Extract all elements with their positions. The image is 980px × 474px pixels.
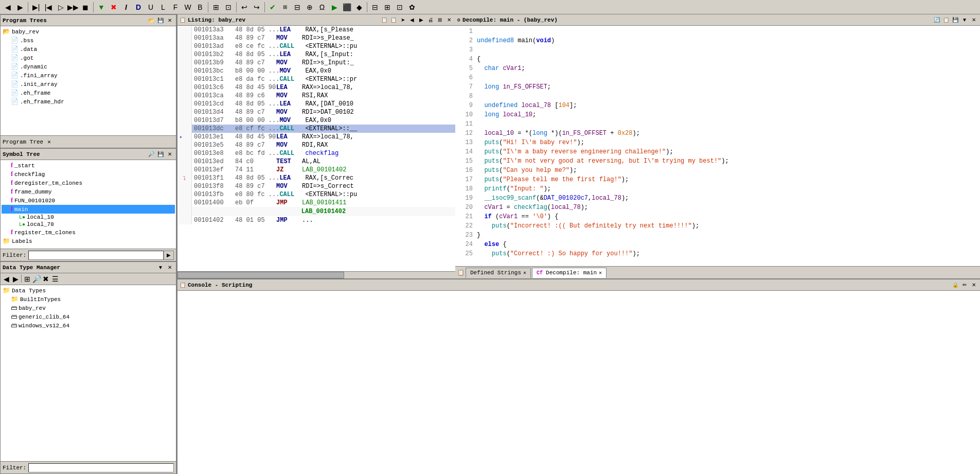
list-item[interactable]: 001013c6 48 8d 45 90 LEA RAX=>local_78,: [192, 83, 455, 92]
list-item[interactable]: 001013e1 48 8d 45 90 LEA RAX=>local_78,: [192, 133, 455, 141]
list-item[interactable]: 001013bc b8 00 00 ... MOV EAX,0x0: [192, 67, 455, 75]
dt-close-btn[interactable]: ✕: [166, 264, 174, 272]
sym-tree-save-btn[interactable]: 💾: [156, 150, 165, 159]
redo-btn[interactable]: ↪: [251, 2, 262, 13]
listing-cursor-btn[interactable]: ➤: [399, 16, 407, 24]
listing-close-btn[interactable]: ✕: [445, 16, 453, 24]
listing-hscroll[interactable]: [177, 271, 455, 278]
tab-decompile-main[interactable]: Cf Decompile: main ✕: [532, 268, 607, 278]
sym-tree-filter-btn[interactable]: 🔎: [147, 150, 155, 159]
list-item[interactable]: 001013c1 e8 da fc ... CALL <EXTERNAL>::p…: [192, 75, 455, 83]
dt-item-datatypes[interactable]: 📁 Data Types: [2, 286, 175, 295]
tree-item-dynamic[interactable]: 📄 .dynamic: [2, 62, 175, 71]
listing-nav-btn2[interactable]: ▶: [417, 16, 425, 24]
tree-item-eh_frame_hdr[interactable]: 📄 .eh_frame_hdr: [2, 97, 175, 106]
list-item-selected[interactable]: 001013dc e8 cf fc ... CALL <EXTERNAL>::_…: [192, 125, 455, 133]
list-item[interactable]: 001013d4 48 89 c7 MOV RDI=>DAT_00102: [192, 108, 455, 116]
code-btn-1[interactable]: ⊞: [279, 2, 291, 13]
tab-defined-strings[interactable]: Defined Strings ✕: [466, 268, 531, 278]
code-btn-3[interactable]: ⊕: [304, 2, 315, 13]
tab-defined-strings-close[interactable]: ✕: [523, 270, 526, 276]
listing-copy-btn[interactable]: 📋: [380, 16, 388, 24]
sym-item-deregister[interactable]: f deregister_tm_clones: [2, 179, 175, 187]
sym-item-start[interactable]: f _start: [2, 161, 175, 170]
hscroll-thumb[interactable]: [177, 272, 344, 278]
undo-btn[interactable]: ↩: [239, 2, 250, 13]
dt-item-windows_vs12[interactable]: 🗃 windows_vs12_64: [2, 321, 175, 330]
sym-item-main[interactable]: f main: [2, 205, 175, 214]
list-item[interactable]: 001013d7 b8 00 00 ... MOV EAX,0x0: [192, 116, 455, 125]
decomp-refresh-btn[interactable]: 🔄: [933, 16, 941, 24]
dt-filter-btn[interactable]: 🔎: [32, 274, 41, 284]
console-lock-btn[interactable]: 🔒: [951, 281, 959, 289]
sym-item-checkflag[interactable]: f checkflag: [2, 170, 175, 179]
sym-item-labels[interactable]: 📁 Labels: [2, 237, 175, 245]
list-item[interactable]: 001013e5 48 89 c7 MOV RDI,RAX: [192, 141, 455, 149]
debug-btn-6[interactable]: L: [157, 2, 169, 13]
tree-item-fini_array[interactable]: 📄 .fini_array: [2, 71, 175, 80]
list-item[interactable]: 001013ef 74 11 JZ LAB_00101402: [192, 166, 455, 174]
sym-item-register_tm[interactable]: f register_tm_clones: [2, 228, 175, 237]
sym-item-local78[interactable]: L● local_78: [2, 221, 175, 228]
misc-btn-2[interactable]: ⊞: [382, 2, 393, 13]
sym-item-fun_00101020[interactable]: f FUN_00101020: [2, 196, 175, 205]
tree-item-eh_frame[interactable]: 📄 .eh_frame: [2, 89, 175, 97]
list-item[interactable]: 001013e8 e8 bc fd ... CALL checkflag: [192, 149, 455, 157]
listing-options-btn[interactable]: ⊞: [436, 16, 444, 24]
sym-item-frame_dummy[interactable]: f frame_dummy: [2, 187, 175, 196]
list-item[interactable]: 001013a3 48 8d 05 ... LEA RAX,[s_Please: [192, 26, 455, 34]
list-item[interactable]: 001013ad e8 ce fc ... CALL <EXTERNAL>::p…: [192, 42, 455, 50]
decomp-close-btn[interactable]: ✕: [970, 16, 978, 24]
dt-item-builtin[interactable]: 📁 BuiltInTypes: [2, 295, 175, 304]
list-item[interactable]: 001013ed 84 c0 TEST AL,AL: [192, 157, 455, 166]
filter-apply-btn[interactable]: ▶: [164, 251, 174, 260]
patch-btn-1[interactable]: ⊞: [210, 2, 222, 13]
forward-button[interactable]: ▶: [14, 2, 26, 13]
list-item[interactable]: 00101402 48 01 05 JMP ...: [192, 216, 455, 224]
debug-btn-3[interactable]: I: [120, 2, 132, 13]
dt-fwd-btn[interactable]: ▶: [11, 274, 20, 284]
listing-scroll-area[interactable]: ▸ ⤵: [177, 26, 455, 271]
prog-tree-tab-close[interactable]: ✕: [47, 138, 51, 145]
list-item[interactable]: 001013ca 48 89 c6 MOV RSI,RAX: [192, 92, 455, 100]
misc-btn-1[interactable]: ⊟: [369, 2, 381, 13]
dt-delete-btn[interactable]: ✖: [41, 274, 50, 284]
dt-sort-btn[interactable]: ⊞: [23, 274, 32, 284]
data-type-filter-input[interactable]: [28, 463, 174, 472]
debug-btn-5[interactable]: U: [145, 2, 156, 13]
dt-list-btn[interactable]: ☰: [50, 274, 60, 284]
tree-item-init_array[interactable]: 📄 .init_array: [2, 80, 175, 89]
list-item[interactable]: 00101400 eb 0f JMP LAB_00101411: [192, 199, 455, 207]
sym-item-local10[interactable]: L● local_10: [2, 214, 175, 221]
back-button[interactable]: ◀: [2, 2, 13, 13]
debug-btn-1[interactable]: ▼: [96, 2, 107, 13]
diag-btn[interactable]: ◆: [353, 2, 365, 13]
list-item[interactable]: 001013cd 48 8d 05 ... LEA RAX,[DAT_0010: [192, 100, 455, 108]
nav-prev-btn[interactable]: |◀: [43, 2, 54, 13]
list-item[interactable]: 001013b9 48 89 c7 MOV RDI=>s_Input:_: [192, 59, 455, 67]
list-item[interactable]: 001013b2 48 8d 05 ... LEA RAX,[s_Input:: [192, 50, 455, 59]
console-close-btn[interactable]: ✕: [970, 281, 978, 289]
prog-tree-new-btn[interactable]: 📂: [147, 16, 155, 25]
decomp-save-btn[interactable]: 💾: [951, 16, 959, 24]
debug-btn-8[interactable]: W: [182, 2, 193, 13]
list-item[interactable]: 001013f8 48 89 c7 MOV RDI=>s_Correct: [192, 182, 455, 190]
listing-print-btn[interactable]: 🖨: [426, 16, 435, 24]
misc-btn-4[interactable]: ✿: [406, 2, 418, 13]
code-btn-4[interactable]: Ω: [316, 2, 328, 13]
decompiler-scroll[interactable]: 1 2 undefined8 main(void) 3 4 {: [455, 26, 980, 266]
debug-btn-7[interactable]: F: [170, 2, 181, 13]
nav-btn-4[interactable]: ▶▶: [67, 2, 79, 13]
misc-btn-3[interactable]: ⊡: [394, 2, 405, 13]
list-item[interactable]: 001013fb e8 80 fc ... CALL <EXTERNAL>::p…: [192, 190, 455, 199]
tree-item-got[interactable]: 📄 .got: [2, 54, 175, 62]
run-btn[interactable]: ▶: [329, 2, 340, 13]
code-btn-2[interactable]: ⊟: [292, 2, 303, 13]
patch-btn-2[interactable]: ⊡: [223, 2, 234, 13]
nav-btn-3[interactable]: ▷: [55, 2, 66, 13]
tree-item-baby_rev[interactable]: 📂 baby_rev: [2, 27, 175, 36]
prog-tree-save-btn[interactable]: 💾: [156, 16, 165, 25]
check-btn[interactable]: ✔: [267, 2, 278, 13]
nav-btn-5[interactable]: ◼: [80, 2, 91, 13]
decomp-options-btn[interactable]: ▼: [960, 16, 969, 24]
